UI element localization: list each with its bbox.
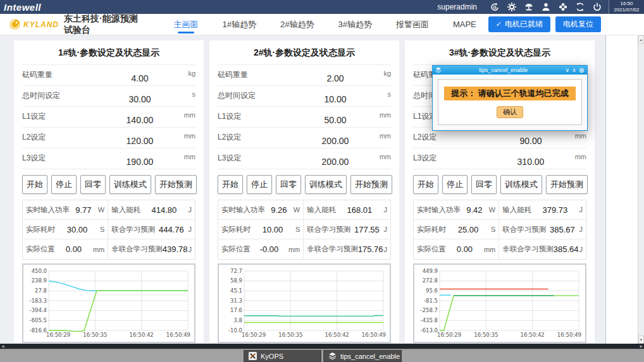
param-list: 砝码重量2.00kg总时间设定10.00sL1设定50.00mmL2设定200.…: [218, 64, 391, 169]
realtime-input-power: 实时输入功率9.77W: [23, 200, 108, 220]
minimize-icon[interactable]: ∨: [566, 67, 570, 73]
param-value-field[interactable]: 190.00: [108, 148, 171, 169]
param-value-field[interactable]: 140.00: [108, 107, 171, 127]
panel-track-2: 2#轨·参数设定及状态显示砝码重量2.00kg总时间设定10.00sL1设定50…: [209, 40, 399, 342]
stop-button[interactable]: 停止: [247, 175, 272, 194]
taskbar-item-kyops[interactable]: KyOPS: [244, 350, 321, 362]
settings-icon[interactable]: [507, 2, 517, 12]
user-menu[interactable]: superadmin: [437, 3, 477, 11]
power-icon[interactable]: [592, 2, 602, 12]
status-table: 实时输入功率9.42W输入能耗379.73J实际耗时25.00S联合学习预测38…: [413, 200, 586, 260]
param-value-field[interactable]: 4.00: [108, 65, 171, 85]
start-predict-button[interactable]: 开始预测: [350, 175, 392, 194]
tab-mape[interactable]: MAPE: [441, 14, 488, 35]
taskbar-item-tips-dialog[interactable]: tips_cancel_enable: [323, 350, 402, 362]
status-label: 联合学习预测: [502, 225, 546, 234]
status-unit: J: [189, 206, 192, 214]
tab-main-screen[interactable]: 主画面: [162, 14, 211, 35]
svg-text:16:50:35: 16:50:35: [83, 332, 107, 338]
network-icon[interactable]: [524, 2, 534, 12]
kyops-icon: [249, 352, 257, 360]
panel-track-1: 1#轨·参数设定及状态显示砝码重量4.00kg总时间设定30.00sL1设定14…: [14, 40, 204, 342]
start-button[interactable]: 开始: [218, 175, 243, 194]
chart-box: 72.758.945.131.317.63.8-10.016:50:2916:5…: [218, 263, 391, 343]
start-predict-button[interactable]: 开始预测: [155, 175, 197, 194]
svg-text:16:50:42: 16:50:42: [325, 332, 349, 338]
param-value-field[interactable]: 50.00: [304, 107, 367, 127]
param-value-field[interactable]: 200.00: [304, 148, 367, 169]
status-value: 0.00: [446, 244, 483, 254]
zero-return-button[interactable]: 回零: [471, 175, 497, 194]
svg-text:G: G: [493, 5, 496, 9]
status-unit: W: [489, 206, 495, 214]
scroll-down-arrow[interactable]: ▼: [638, 335, 644, 344]
status-unit: J: [384, 246, 388, 253]
status-value: 385.64: [554, 244, 579, 254]
param-value-field[interactable]: 120.00: [108, 128, 171, 148]
status-value: 414.80: [140, 205, 187, 215]
stop-button[interactable]: 停止: [51, 175, 77, 194]
confirm-button[interactable]: 确认: [497, 106, 523, 118]
user-icon[interactable]: [541, 2, 551, 12]
motor-reset-button[interactable]: 电机复位: [555, 16, 601, 32]
tab-axis1-trend[interactable]: 1#轴趋势: [211, 14, 268, 35]
input-power-curve: [49, 281, 188, 291]
tab-axis3-trend[interactable]: 3#轴趋势: [326, 14, 383, 35]
dialog-titlebar[interactable]: tips_cancel_enable ∨ ∧ ⊗: [433, 66, 587, 75]
param-value-field[interactable]: 200.00: [304, 128, 367, 148]
position-curve: [49, 291, 188, 331]
non-federated-prediction: 非联合学习预测385.64J: [498, 239, 586, 259]
zero-return-button[interactable]: 回零: [276, 175, 301, 194]
actual-position: 实际位置0.00mm: [23, 239, 108, 259]
weight-param: 砝码重量4.00kg: [22, 65, 195, 86]
status-value: 177.55: [350, 225, 383, 234]
param-value-field[interactable]: 310.00: [499, 148, 562, 169]
scroll-up-arrow[interactable]: ▲: [638, 35, 644, 44]
param-value-field[interactable]: 30.00: [108, 86, 171, 106]
tab-alarm-screen[interactable]: 报警画面: [384, 14, 441, 35]
svg-text:16:50:35: 16:50:35: [474, 332, 498, 338]
refresh-icon[interactable]: [575, 2, 585, 12]
horizontal-scrollbar[interactable]: ◀ ▶: [0, 344, 644, 349]
param-unit: kg: [171, 65, 195, 85]
status-unit: J: [189, 226, 192, 233]
panel-title: 3#轨·参数设定及状态显示: [413, 40, 586, 64]
scroll-left-arrow[interactable]: ◀: [1, 344, 4, 349]
train-mode-button[interactable]: 训练模式: [109, 175, 151, 194]
train-mode-button[interactable]: 训练模式: [305, 175, 347, 194]
svg-text:-435.8: -435.8: [421, 317, 438, 323]
status-label: 联合学习预测: [111, 225, 155, 234]
svg-text:449.9: 449.9: [423, 268, 438, 274]
check-icon: ✓: [496, 20, 502, 28]
close-icon[interactable]: ⊗: [579, 67, 585, 73]
system-tray-icons: G: [490, 2, 602, 12]
motor-ready-button[interactable]: ✓电机已就绪: [488, 16, 550, 32]
param-unit: mm: [171, 107, 195, 127]
realtime-input-power: 实时输入功率9.42W: [414, 200, 498, 220]
svg-text:238.9: 238.9: [32, 277, 47, 284]
maximize-icon[interactable]: ∧: [572, 67, 576, 73]
start-button[interactable]: 开始: [413, 175, 438, 194]
param-list: 砝码重量4.00kg总时间设定30.00sL1设定140.00mmL2设定120…: [22, 64, 195, 169]
dialog-inner: 提示： 请确认三个轨道均已完成 确认: [438, 79, 582, 125]
status-label: 非联合学习预测: [502, 244, 554, 254]
input-energy: 输入能耗414.80J: [108, 200, 195, 220]
zero-return-button[interactable]: 回零: [80, 175, 106, 194]
status-value: 168.01: [336, 205, 383, 215]
vertical-scrollbar[interactable]: ▲ ▼: [638, 35, 644, 344]
scroll-right-arrow[interactable]: ▶: [640, 344, 643, 349]
svg-text:-258.7: -258.7: [421, 307, 438, 313]
apps-icon[interactable]: [558, 2, 568, 12]
start-predict-button[interactable]: 开始预测: [546, 175, 588, 194]
train-mode-button[interactable]: 训练模式: [500, 175, 542, 194]
status-unit: W: [294, 206, 300, 214]
start-button[interactable]: 开始: [22, 175, 47, 194]
param-value-field[interactable]: 10.00: [304, 86, 367, 106]
svg-text:16:50:35: 16:50:35: [278, 332, 302, 338]
status-label: 联合学习预测: [307, 225, 350, 234]
sync-icon[interactable]: G: [490, 2, 500, 12]
tab-axis2-trend[interactable]: 2#轴趋势: [268, 14, 326, 35]
param-value-field[interactable]: 2.00: [304, 65, 367, 85]
header-actions: ✓电机已就绪电机复位: [488, 16, 601, 32]
stop-button[interactable]: 停止: [442, 175, 468, 194]
